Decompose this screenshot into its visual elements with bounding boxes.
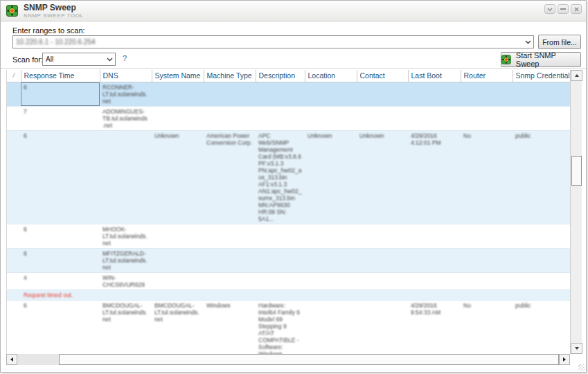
cell-contact[interactable] bbox=[357, 249, 408, 273]
range-input[interactable]: 10.220.6.1 - 10.220.6.254 bbox=[12, 35, 534, 48]
column-header-machine-type[interactable]: Machine Type bbox=[204, 70, 256, 82]
cell-system-name[interactable] bbox=[152, 249, 204, 273]
minimize-button[interactable] bbox=[558, 4, 569, 14]
cell-snmp-credential[interactable]: public bbox=[513, 131, 570, 224]
cell-router[interactable] bbox=[461, 249, 513, 273]
column-header-response-time[interactable]: Response Time bbox=[21, 70, 100, 82]
column-header-system-name[interactable]: System Name bbox=[152, 70, 204, 82]
cell-snmp-credential[interactable] bbox=[513, 224, 570, 249]
range-dropdown-chevron[interactable] bbox=[522, 40, 533, 44]
cell-response-time[interactable]: 6 bbox=[21, 301, 100, 355]
cell-description[interactable]: APC Web/SNMP Management Card (MB:v3.8.6 … bbox=[256, 131, 305, 224]
cell-system-name[interactable] bbox=[152, 107, 204, 131]
cell-location[interactable] bbox=[305, 107, 357, 131]
cell-contact[interactable] bbox=[357, 82, 408, 107]
cell-dns[interactable]: WIN-CHCS6VUR629 bbox=[100, 273, 152, 290]
cell-machine-type[interactable]: American Power Conversion Corp. bbox=[204, 131, 256, 224]
start-snmp-sweep-button[interactable]: Start SNMP Sweep bbox=[501, 52, 581, 67]
resize-grip[interactable] bbox=[578, 364, 585, 371]
table-row[interactable]: 6MHOOK-LT.tul.solarwinds.net bbox=[7, 224, 570, 249]
cell-machine-type[interactable] bbox=[204, 249, 256, 273]
cell-description[interactable] bbox=[256, 273, 305, 290]
cell-router[interactable]: No bbox=[461, 301, 513, 355]
cell-contact[interactable] bbox=[357, 273, 408, 290]
table-row[interactable]: Request timed out. bbox=[7, 290, 570, 301]
cell-system-name[interactable] bbox=[152, 273, 204, 290]
cell-last-boot[interactable]: 4/29/2016 9:54:33 AM bbox=[408, 301, 461, 355]
column-header-snmp-credential[interactable]: Snmp Credential bbox=[513, 70, 570, 82]
cell-description[interactable]: Hardware: Intel64 Family 6 Model 69 Step… bbox=[256, 301, 305, 355]
cell-response-time[interactable]: 6 bbox=[21, 131, 100, 224]
cell-snmp-credential[interactable]: public bbox=[513, 301, 570, 355]
cell-dns[interactable]: BMCDOUGAL-LT.tul.solarwinds.net bbox=[100, 301, 152, 355]
cell-contact[interactable] bbox=[357, 107, 408, 131]
cell-location[interactable]: Unknown bbox=[305, 131, 357, 224]
cell-description[interactable] bbox=[256, 249, 305, 273]
close-button[interactable] bbox=[571, 4, 582, 14]
collapse-chevron-button[interactable] bbox=[544, 4, 555, 14]
table-row[interactable]: 6MFITZGERALD-LT.tul.solarwinds.net bbox=[7, 249, 570, 273]
cell-last-boot[interactable]: 4/29/2016 4:12:01 PM bbox=[408, 131, 461, 224]
scroll-left-button[interactable] bbox=[6, 354, 17, 365]
cell-router[interactable] bbox=[461, 224, 513, 249]
table-row[interactable]: 6BMCDOUGAL-LT.tul.solarwinds.netBMCDOUGA… bbox=[7, 301, 570, 355]
column-header-contact[interactable]: Contact bbox=[357, 70, 408, 82]
cell-response-time[interactable]: 6 bbox=[21, 224, 100, 249]
row-marker-header[interactable]: / bbox=[7, 70, 21, 82]
help-link[interactable]: ? bbox=[123, 54, 127, 62]
cell-timeout-message[interactable]: Request timed out. bbox=[21, 290, 570, 301]
cell-machine-type[interactable] bbox=[204, 273, 256, 290]
cell-snmp-credential[interactable] bbox=[513, 82, 570, 107]
cell-location[interactable] bbox=[305, 301, 357, 355]
cell-dns[interactable]: ADOMINGUES-TB.tul.solarwinds.net bbox=[100, 107, 152, 131]
vertical-scrollbar-thumb[interactable] bbox=[571, 156, 582, 186]
cell-response-time[interactable]: 4 bbox=[21, 273, 100, 290]
cell-last-boot[interactable] bbox=[408, 82, 461, 107]
scan-for-dropdown-chevron[interactable] bbox=[104, 57, 115, 62]
cell-system-name[interactable] bbox=[152, 82, 204, 107]
cell-router[interactable] bbox=[461, 82, 513, 107]
cell-machine-type[interactable]: Windows bbox=[204, 301, 256, 355]
table-row[interactable]: 6UnknownAmerican Power Conversion Corp.A… bbox=[7, 131, 570, 224]
column-header-router[interactable]: Router bbox=[461, 70, 513, 82]
cell-last-boot[interactable] bbox=[408, 249, 461, 273]
cell-system-name[interactable]: BMCDOUGAL-LT.tul.solarwinds.net bbox=[152, 301, 204, 355]
cell-dns[interactable] bbox=[100, 131, 152, 224]
cell-location[interactable] bbox=[305, 249, 357, 273]
cell-last-boot[interactable] bbox=[408, 273, 461, 290]
column-header-description[interactable]: Description bbox=[256, 70, 305, 82]
column-header-location[interactable]: Location bbox=[305, 70, 357, 82]
scan-for-select[interactable]: All bbox=[42, 53, 116, 66]
cell-router[interactable] bbox=[461, 273, 513, 290]
cell-location[interactable] bbox=[305, 82, 357, 107]
cell-last-boot[interactable] bbox=[408, 107, 461, 131]
scroll-up-button[interactable] bbox=[571, 70, 582, 81]
cell-description[interactable] bbox=[256, 107, 305, 131]
cell-response-time[interactable]: 6 bbox=[21, 82, 100, 107]
cell-dns[interactable]: RCONNER-LT.tul.solarwinds.net bbox=[100, 82, 152, 107]
column-header-last-boot[interactable]: Last Boot bbox=[408, 70, 461, 82]
cell-contact[interactable] bbox=[357, 301, 408, 355]
vertical-scrollbar[interactable] bbox=[570, 70, 582, 354]
cell-contact[interactable] bbox=[357, 224, 408, 249]
cell-machine-type[interactable] bbox=[204, 107, 256, 131]
cell-snmp-credential[interactable] bbox=[513, 273, 570, 290]
scroll-down-button[interactable] bbox=[571, 343, 582, 354]
horizontal-scrollbar[interactable] bbox=[6, 354, 570, 365]
cell-system-name[interactable] bbox=[152, 224, 204, 249]
cell-machine-type[interactable] bbox=[204, 82, 256, 107]
cell-dns[interactable]: MHOOK-LT.tul.solarwinds.net bbox=[100, 224, 152, 249]
table-row[interactable]: 7ADOMINGUES-TB.tul.solarwinds.net bbox=[7, 107, 570, 131]
cell-router[interactable]: No bbox=[461, 131, 513, 224]
scroll-right-button[interactable] bbox=[559, 354, 570, 365]
table-row[interactable]: 4WIN-CHCS6VUR629 bbox=[7, 273, 570, 290]
cell-dns[interactable]: MFITZGERALD-LT.tul.solarwinds.net bbox=[100, 249, 152, 273]
cell-location[interactable] bbox=[305, 273, 357, 290]
from-file-button[interactable]: From file... bbox=[538, 35, 581, 49]
horizontal-scrollbar-thumb[interactable] bbox=[59, 354, 559, 365]
cell-snmp-credential[interactable] bbox=[513, 107, 570, 131]
cell-description[interactable] bbox=[256, 224, 305, 249]
cell-last-boot[interactable] bbox=[408, 224, 461, 249]
cell-response-time[interactable]: 7 bbox=[21, 107, 100, 131]
cell-system-name[interactable]: Unknown bbox=[152, 131, 204, 224]
